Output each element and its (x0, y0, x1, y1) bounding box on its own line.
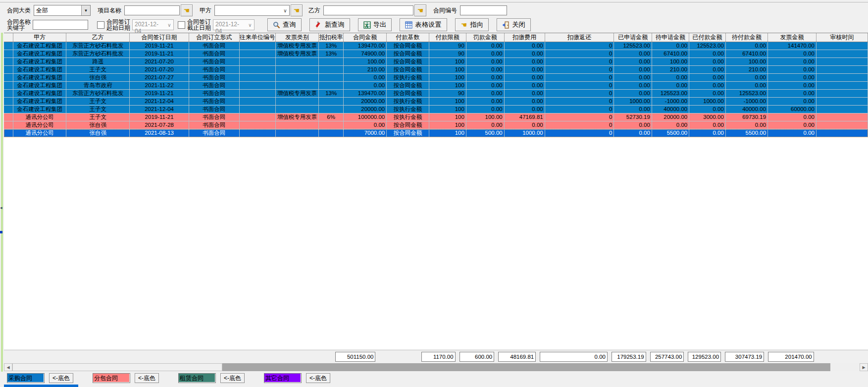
party-b-picker-hand-icon[interactable]: ☚ (414, 4, 426, 16)
contract-category-dropdown[interactable]: 全部 ▼ (34, 5, 91, 16)
set-base-color-button[interactable]: <-底色 (135, 373, 159, 383)
totals-cell (13, 350, 64, 362)
cell: 0.00 (725, 42, 767, 50)
set-base-color-button[interactable]: <-底色 (49, 373, 73, 383)
end-date-combobox[interactable]: 2021-12-04 ∨ (213, 19, 255, 30)
party-a-picker-hand-icon[interactable]: ☚ (291, 4, 303, 16)
contract-no-input[interactable] (460, 5, 507, 15)
close-button[interactable]: 关闭 (497, 18, 531, 31)
cell: 0.00 (466, 50, 504, 58)
cell (239, 50, 275, 58)
cell (817, 42, 868, 50)
excel-export-icon: X (363, 21, 371, 29)
column-header[interactable]: 合同签订日期 (130, 33, 189, 42)
table-row[interactable]: 金石建设工程集团路遥2021-07-20书面合同100.00按合同金额1000.… (4, 58, 868, 66)
table-row[interactable]: 金石建设工程集团东营正方砂石料批发2019-11-21书面合同增值税专用发票13… (4, 42, 868, 50)
cell (817, 58, 868, 66)
scrollbar-track-end[interactable] (830, 363, 860, 371)
totals-cell: 307473.19 (723, 350, 766, 362)
cell: 0.00 (344, 121, 387, 129)
left-splitter-bar[interactable] (1, 33, 3, 372)
cell: 100 (429, 82, 466, 90)
column-header[interactable]: 已付款金额 (689, 33, 726, 42)
table-settings-button[interactable]: 表格设置 (400, 18, 447, 31)
keyword-input[interactable] (33, 20, 88, 30)
cell: 5500.00 (652, 129, 689, 137)
table-row[interactable]: 通讯分公司王子文2019-11-21书面合同增值税专用发票6%100000.00… (4, 113, 868, 121)
column-header[interactable]: 待申请金额 (652, 33, 689, 42)
totals-cell: 600.00 (458, 350, 497, 362)
column-header[interactable]: 已申请金额 (614, 33, 652, 42)
set-base-color-button[interactable]: <-底色 (220, 373, 245, 383)
scroll-right-arrow-icon[interactable]: ▶ (860, 363, 868, 371)
table-row[interactable]: 金石建设工程集团王子文2021-12-04书面合同20000.00按执行金额10… (4, 106, 868, 113)
totals-row: 501150.001170.00600.0048169.810.00179253… (4, 350, 868, 362)
column-header[interactable]: 合同订立形式 (189, 33, 239, 42)
chevron-down-icon[interactable]: ∨ (246, 20, 254, 30)
table-row[interactable]: 金石建设工程集团王子文2021-07-20书面合同210.00按合同金额1000… (4, 66, 868, 74)
cell: 东营正方砂石料批发 (66, 42, 130, 50)
cell: 金石建设工程集团 (13, 50, 66, 58)
export-button[interactable]: X 导出 (358, 18, 392, 31)
project-picker-hand-icon[interactable]: ☚ (181, 4, 193, 16)
column-header[interactable]: 扣缴费用 (504, 33, 545, 42)
cell: 0.00 (614, 129, 652, 137)
new-query-button[interactable]: 新查询 (309, 18, 350, 31)
column-header[interactable]: 往来单位编号 (239, 33, 275, 42)
cell: 0.00 (768, 90, 817, 98)
chevron-down-icon[interactable]: ∨ (165, 20, 173, 30)
table-row[interactable]: 金石建设工程集团青岛市政府2021-11-22书面合同0.00按合同金额1000… (4, 82, 868, 90)
cell: 20000.00 (652, 113, 689, 121)
table-row[interactable]: 金石建设工程集团张自强2021-07-27书面合同0.00按执行金额1000.0… (4, 74, 868, 82)
chevron-down-icon[interactable]: ∨ (281, 5, 289, 15)
set-base-color-button[interactable]: <-底色 (306, 373, 330, 383)
column-header[interactable]: 合同金额 (344, 33, 387, 42)
cell: 0.00 (768, 121, 817, 129)
cell: 0.00 (614, 121, 652, 129)
cell: 100 (429, 66, 466, 74)
column-header[interactable]: 乙方 (66, 33, 130, 42)
party-a-combobox[interactable]: ∨ (214, 5, 290, 16)
table-row[interactable]: 通讯分公司张自强2021-08-13书面合同7000.00按合同金额100500… (4, 129, 868, 137)
scrollbar-track[interactable] (222, 363, 830, 371)
query-button[interactable]: 查询 (267, 18, 302, 31)
splitter-collapse-arrow-icon[interactable]: ◂ (0, 205, 2, 210)
column-header[interactable]: 发票类别 (275, 33, 319, 42)
column-header[interactable]: 审核时间 (817, 33, 868, 42)
column-header[interactable]: 发票金额 (768, 33, 817, 42)
column-header[interactable]: 付款基数 (387, 33, 429, 42)
column-header[interactable]: 甲方 (13, 33, 66, 42)
cell: 0.00 (768, 50, 817, 58)
cell (275, 58, 319, 66)
table-row[interactable]: 金石建设工程集团东营正方砂石料批发2019-11-21书面合同增值税专用发票13… (4, 50, 868, 58)
party-b-input[interactable] (323, 5, 413, 15)
column-header[interactable]: 付款限额 (429, 33, 466, 42)
start-date-combobox[interactable]: 2021-12-04 ∨ (132, 19, 174, 30)
cell: 书面合同 (189, 121, 239, 129)
point-button[interactable]: ☚ 指向 (455, 18, 489, 31)
cell: 金石建设工程集团 (13, 66, 66, 74)
cell: 0.00 (652, 74, 689, 82)
column-header[interactable]: 罚款金额 (466, 33, 504, 42)
column-header[interactable]: 扣缴返还 (545, 33, 614, 42)
scroll-left-arrow-icon[interactable]: ◀ (4, 363, 12, 371)
project-name-input[interactable] (124, 5, 180, 15)
end-date-checkbox[interactable] (178, 21, 185, 29)
cell: 141470.00 (768, 42, 817, 50)
dropdown-arrow-icon[interactable]: ▼ (81, 5, 90, 15)
cell: 书面合同 (189, 42, 239, 50)
table-row[interactable]: 通讯分公司张自强2021-07-28书面合同0.00按合同金额1000.000.… (4, 121, 868, 129)
column-header[interactable]: 待付款金额 (725, 33, 767, 42)
start-date-checkbox[interactable] (97, 21, 104, 29)
table-row[interactable]: 金石建设工程集团东营正方砂石料批发2019-11-21书面合同增值税专用发票13… (4, 90, 868, 98)
cell: 210.00 (344, 66, 387, 74)
totals-cell (377, 350, 419, 362)
table-row[interactable]: 金石建设工程集团王子文2021-12-04书面合同20000.00按执行金额10… (4, 98, 868, 106)
cell: 20000.00 (344, 98, 387, 106)
column-header[interactable]: 抵扣税率 (319, 33, 344, 42)
horizontal-scrollbar[interactable]: ◀ ▶ (4, 363, 868, 371)
cell: 0.00 (504, 82, 545, 90)
scrollbar-thumb[interactable] (12, 363, 222, 371)
cell: 王子文 (66, 113, 130, 121)
totals-cell: 129523.00 (686, 350, 723, 362)
